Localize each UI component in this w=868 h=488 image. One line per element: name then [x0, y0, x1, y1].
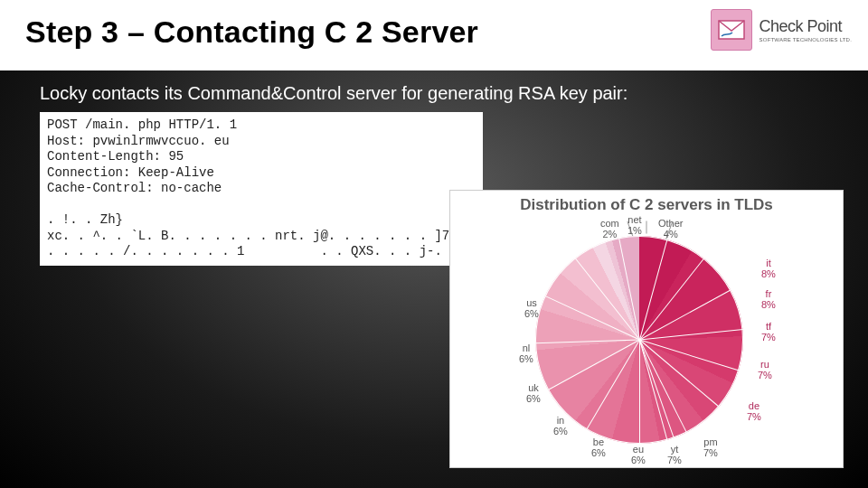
- slice-label-com: com2%: [600, 218, 619, 239]
- brand-text: Check Point SOFTWARE TECHNOLOGIES LTD.: [760, 18, 852, 42]
- title-bar: Step 3 – Contacting C 2 Server Check Poi…: [0, 0, 868, 70]
- slice-label-net: net1%: [627, 214, 642, 236]
- leader-line: [646, 221, 647, 234]
- slice-label-in: in6%: [553, 415, 568, 436]
- slice-label-de: de7%: [747, 400, 761, 422]
- slide-title: Step 3 – Contacting C 2 Server: [25, 14, 478, 50]
- slice-label-pm: pm7%: [703, 436, 718, 458]
- slice-label-nl: nl6%: [519, 343, 533, 364]
- chart-title: Distribution of C 2 servers in TLDs: [450, 196, 843, 214]
- slide: Step 3 – Contacting C 2 Server Check Poi…: [0, 0, 868, 488]
- pie-graphic: [535, 236, 743, 444]
- brand-name: Check Point: [760, 18, 852, 34]
- slice-label-tf: tf7%: [761, 321, 776, 343]
- envelope-icon: [711, 9, 752, 51]
- slice-label-it: it8%: [761, 258, 776, 279]
- slice-label-us: us6%: [524, 297, 539, 319]
- slice-label-eu: eu6%: [631, 444, 646, 465]
- slice-label-fr: fr8%: [761, 288, 776, 310]
- slice-label-be: be6%: [591, 436, 606, 458]
- slice-label-ru: ru7%: [758, 359, 772, 380]
- pie-chart: [535, 236, 743, 444]
- slice-label-uk: uk6%: [526, 382, 541, 404]
- slide-subtitle: Locky contacts its Command&Control serve…: [40, 83, 627, 104]
- slice-label-other: Other4%: [658, 218, 684, 239]
- http-request-snippet: POST /main. php HTTP/1. 1 Host: pvwinlrm…: [40, 112, 483, 266]
- slice-label-yt: yt7%: [667, 444, 682, 465]
- pie-chart-card: Distribution of C 2 servers in TLDs com2…: [449, 190, 844, 468]
- brand-tagline: SOFTWARE TECHNOLOGIES LTD.: [760, 37, 852, 42]
- brand-logo: Check Point SOFTWARE TECHNOLOGIES LTD.: [711, 9, 852, 51]
